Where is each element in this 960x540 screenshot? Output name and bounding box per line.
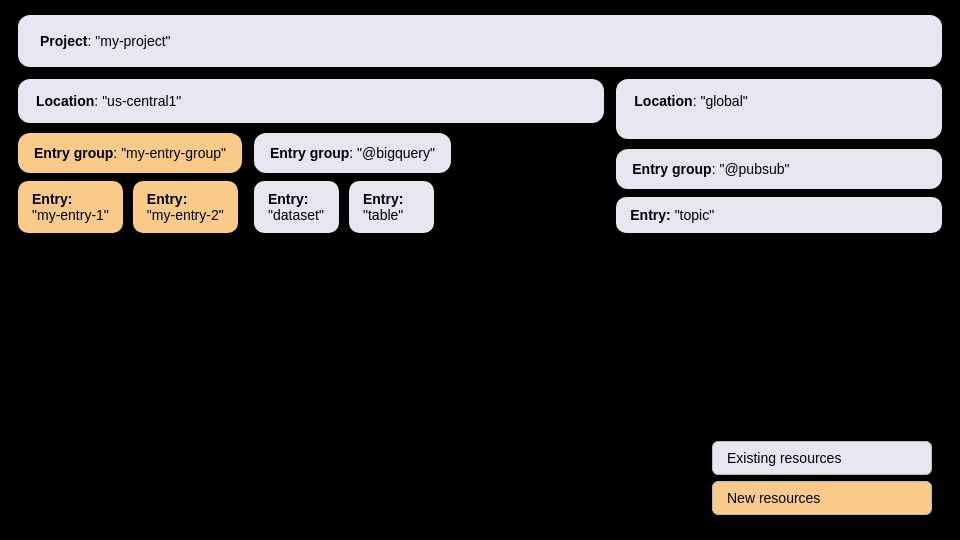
project-label: Project — [40, 33, 87, 49]
location-us-central1: Location: "us-central1" Entry group: "my… — [18, 79, 604, 233]
location-label-right: Location — [634, 93, 692, 109]
entry-dataset-value: "dataset" — [268, 207, 325, 223]
entry-my-entry-2: Entry: "my-entry-2" — [133, 181, 238, 233]
entry-groups-us-central1: Entry group: "my-entry-group" Entry: "my… — [18, 133, 604, 233]
location-label-left: Location — [36, 93, 94, 109]
location-box-global: Location: "global" — [616, 79, 942, 139]
location-global: Location: "global" Entry group: "@pubsub… — [616, 79, 942, 233]
legend: Existing resources New resources — [712, 441, 932, 515]
project-box: Project: "my-project" — [18, 15, 942, 67]
entry-value-2: "my-entry-2" — [147, 207, 224, 223]
entries-orange: Entry: "my-entry-1" Entry: "my-entry-2" — [18, 181, 242, 233]
legend-new-label: New resources — [727, 490, 820, 506]
entry-group-pubsub: Entry group: "@pubsub" Entry: "topic" — [616, 149, 942, 233]
legend-existing-label: Existing resources — [727, 450, 841, 466]
entry-my-entry-1: Entry: "my-entry-1" — [18, 181, 123, 233]
entry-group-bigquery: Entry group: "@bigquery" Entry: "dataset… — [254, 133, 451, 233]
entry-group-pubsub-box: Entry group: "@pubsub" — [616, 149, 942, 189]
entry-group-my-entry-group: Entry group: "my-entry-group" Entry: "my… — [18, 133, 242, 233]
entry-table-value: "table" — [363, 207, 420, 223]
entry-group-orange-value: "my-entry-group" — [121, 145, 226, 161]
location-box-us-central1: Location: "us-central1" — [18, 79, 604, 123]
legend-new: New resources — [712, 481, 932, 515]
entry-group-orange-box: Entry group: "my-entry-group" — [18, 133, 242, 173]
entry-group-pubsub-value: "@pubsub" — [719, 161, 789, 177]
entry-group-bigquery-value: "@bigquery" — [357, 145, 435, 161]
locations-row: Location: "us-central1" Entry group: "my… — [18, 79, 942, 233]
location-value-left: "us-central1" — [102, 93, 181, 109]
entry-topic: Entry: "topic" — [616, 197, 942, 233]
entry-topic-value: "topic" — [675, 207, 715, 223]
entry-dataset: Entry: "dataset" — [254, 181, 339, 233]
location-value-right: "global" — [700, 93, 747, 109]
diagram-container: Project: "my-project" Location: "us-cent… — [18, 15, 942, 525]
entry-table: Entry: "table" — [349, 181, 434, 233]
project-value: "my-project" — [95, 33, 170, 49]
legend-existing: Existing resources — [712, 441, 932, 475]
entries-bigquery: Entry: "dataset" Entry: "table" — [254, 181, 451, 233]
entry-group-bigquery-box: Entry group: "@bigquery" — [254, 133, 451, 173]
entries-pubsub: Entry: "topic" — [616, 197, 942, 233]
entry-value-1: "my-entry-1" — [32, 207, 109, 223]
